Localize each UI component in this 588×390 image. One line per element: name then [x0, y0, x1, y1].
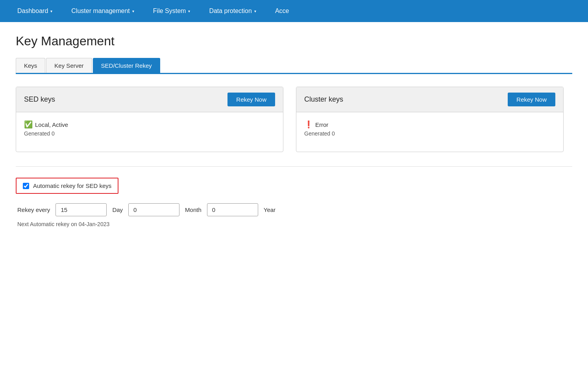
sed-card-header: SED keys Rekey Now — [16, 87, 283, 112]
auto-rekey-checkbox[interactable] — [23, 183, 29, 189]
nav-access[interactable]: Acce — [266, 0, 299, 22]
page-title: Key Management — [16, 34, 572, 48]
rekey-every-input[interactable] — [55, 203, 107, 216]
top-navigation: Dashboard ▾ Cluster management ▾ File Sy… — [0, 0, 588, 22]
nav-cluster-management-label: Cluster management — [71, 7, 130, 15]
sed-status-ok-icon: ✅ — [24, 120, 33, 129]
cluster-card-body: ❗ Error Generated 0 — [296, 112, 563, 152]
rekey-every-label: Rekey every — [17, 206, 50, 213]
nav-dataprotection-caret: ▾ — [254, 9, 256, 13]
sed-keys-card: SED keys Rekey Now ✅ Local, Active Gener… — [16, 87, 283, 152]
cluster-card-header: Cluster keys Rekey Now — [296, 87, 563, 112]
sed-rekey-now-button[interactable]: Rekey Now — [227, 93, 275, 106]
auto-rekey-section: Automatic rekey for SED keys — [16, 178, 572, 194]
auto-rekey-label: Automatic rekey for SED keys — [33, 182, 111, 189]
section-divider — [16, 166, 572, 167]
page-content: Key Management Keys Key Server SED/Clust… — [0, 22, 588, 239]
nav-file-system[interactable]: File System ▾ — [144, 0, 200, 22]
sed-card-body: ✅ Local, Active Generated 0 — [16, 112, 283, 152]
day-input[interactable] — [128, 203, 179, 216]
cluster-rekey-now-button[interactable]: Rekey Now — [508, 93, 555, 106]
sed-card-title: SED keys — [24, 95, 55, 104]
day-label: Day — [112, 206, 123, 213]
cluster-status-error-icon: ❗ — [304, 120, 313, 129]
nav-dashboard-label: Dashboard — [17, 7, 48, 15]
nav-dashboard-caret: ▾ — [50, 9, 52, 13]
nav-dashboard[interactable]: Dashboard ▾ — [8, 0, 62, 22]
rekey-interval-row: Rekey every Day Month Year — [17, 203, 572, 216]
tab-keys[interactable]: Keys — [16, 58, 45, 73]
next-rekey-text: Next Automatic rekey on 04-Jan-2023 — [17, 221, 572, 227]
nav-data-protection[interactable]: Data protection ▾ — [200, 0, 266, 22]
sed-status-line: ✅ Local, Active — [24, 120, 275, 129]
cluster-status-line: ❗ Error — [304, 120, 555, 129]
month-label: Month — [185, 206, 202, 213]
nav-data-protection-label: Data protection — [209, 7, 252, 15]
cluster-keys-card: Cluster keys Rekey Now ❗ Error Generated… — [296, 87, 564, 152]
auto-rekey-checkbox-label[interactable]: Automatic rekey for SED keys — [16, 178, 118, 194]
nav-access-label: Acce — [275, 7, 289, 15]
cards-row: SED keys Rekey Now ✅ Local, Active Gener… — [16, 87, 572, 152]
nav-cluster-management[interactable]: Cluster management ▾ — [62, 0, 144, 22]
year-label: Year — [264, 206, 276, 213]
cluster-status-text: Error — [315, 121, 328, 128]
month-input[interactable] — [207, 203, 258, 216]
nav-cluster-caret: ▾ — [132, 9, 134, 13]
sed-status-text: Local, Active — [35, 121, 68, 128]
sed-status-sub: Generated 0 — [24, 130, 275, 137]
nav-file-system-label: File System — [153, 7, 186, 15]
tab-key-server[interactable]: Key Server — [46, 58, 92, 73]
tabs-container: Keys Key Server SED/Cluster Rekey — [16, 58, 572, 74]
cluster-card-title: Cluster keys — [304, 95, 343, 104]
cluster-status-sub: Generated 0 — [304, 130, 555, 137]
tab-sed-cluster-rekey[interactable]: SED/Cluster Rekey — [93, 58, 160, 73]
nav-filesystem-caret: ▾ — [188, 9, 190, 13]
